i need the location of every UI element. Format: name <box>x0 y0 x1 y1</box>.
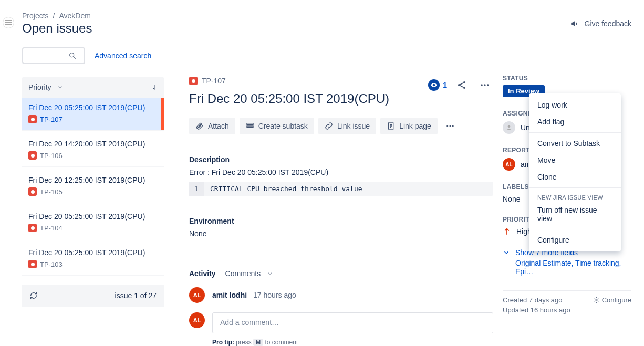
issue-item-key: TP-107 <box>40 116 63 123</box>
chevron-down-icon <box>57 84 63 90</box>
link-issue-button[interactable]: Link issue <box>318 118 376 134</box>
menu-item[interactable]: Turn off new issue view <box>529 202 621 227</box>
svg-point-5 <box>484 84 485 86</box>
attach-button[interactable]: Attach <box>189 118 235 134</box>
selection-stripe <box>161 98 164 130</box>
page-title: Open issues <box>22 21 92 36</box>
status-label: STATUS <box>503 75 631 82</box>
menu-item[interactable]: Convert to Subtask <box>529 135 621 152</box>
issue-list-item[interactable]: Fri Dec 20 12:25:00 IST 2019(CPU) TP-105 <box>22 170 164 203</box>
give-feedback-link[interactable]: Give feedback <box>570 19 632 28</box>
issue-item-title: Fri Dec 20 05:25:00 IST 2019(CPU) <box>28 103 158 112</box>
breadcrumb-project-name[interactable]: AvekDem <box>59 12 90 20</box>
svg-point-12 <box>452 125 454 127</box>
issue-list-item[interactable]: Fri Dec 20 05:25:00 IST 2019(CPU) TP-103 <box>22 243 164 276</box>
issue-item-key: TP-103 <box>40 260 63 268</box>
svg-point-11 <box>449 125 451 127</box>
chevron-down-icon <box>267 270 273 277</box>
share-icon[interactable] <box>456 80 467 90</box>
svg-point-4 <box>481 84 483 86</box>
sort-direction-icon[interactable] <box>151 84 158 90</box>
protip: Pro tip: press M to comment <box>212 339 493 346</box>
bug-icon <box>28 224 37 232</box>
user-icon <box>503 121 515 134</box>
comment-author[interactable]: amit lodhi <box>212 291 247 299</box>
more-actions-button[interactable] <box>476 77 493 93</box>
link-icon <box>325 122 333 130</box>
code-block: 1 CRITICAL CPU breached threshold value <box>189 182 493 196</box>
issue-item-title: Fri Dec 20 05:25:00 IST 2019(CPU) <box>28 248 158 257</box>
megaphone-icon <box>570 19 579 28</box>
breadcrumb: Projects / AvekDem <box>22 12 92 20</box>
menu-heading: NEW JIRA ISSUE VIEW <box>529 190 621 202</box>
more-icon <box>445 121 455 131</box>
issue-key-breadcrumb[interactable]: TP-107 <box>189 77 428 85</box>
menu-item[interactable]: Clone <box>529 169 621 185</box>
sort-dropdown[interactable]: Priority <box>28 83 63 91</box>
more-content-actions[interactable] <box>442 118 459 134</box>
highest-icon <box>503 227 511 236</box>
sidebar-toggle[interactable] <box>3 17 14 28</box>
svg-rect-7 <box>247 123 253 125</box>
description-label: Description <box>189 155 493 164</box>
configure-link[interactable]: Configure <box>593 296 631 304</box>
advanced-search-link[interactable]: Advanced search <box>95 51 151 60</box>
search-input[interactable] <box>26 51 68 60</box>
environment-value[interactable]: None <box>189 229 493 238</box>
create-subtask-button[interactable]: Create subtask <box>240 118 314 134</box>
svg-point-6 <box>487 84 489 86</box>
issue-item-key: TP-104 <box>40 224 63 232</box>
bug-icon <box>189 77 198 85</box>
comment-time: 17 hours ago <box>253 291 296 299</box>
bug-icon <box>28 151 37 160</box>
comment-row: AL amit lodhi 17 hours ago <box>189 287 493 303</box>
attach-icon <box>195 122 204 130</box>
issue-item-key: TP-105 <box>40 188 63 196</box>
issue-title[interactable]: Fri Dec 20 05:25:00 IST 2019(CPU) <box>189 91 428 106</box>
search-icon <box>68 51 77 60</box>
bug-icon <box>28 260 37 268</box>
issue-list-item[interactable]: Fri Dec 20 05:25:00 IST 2019(CPU) TP-104 <box>22 206 164 239</box>
avatar: AL <box>503 158 515 171</box>
description-text[interactable]: Error : Fri Dec 20 05:25:00 IST 2019(CPU… <box>189 168 493 176</box>
show-more-sub: Original Estimate, Time tracking, Epi… <box>515 259 631 276</box>
avatar-self: AL <box>189 312 205 328</box>
issue-counter: issue 1 of 27 <box>115 291 157 300</box>
more-icon <box>480 80 490 90</box>
refresh-icon[interactable] <box>29 291 38 300</box>
comments-tab[interactable]: Comments <box>225 269 274 278</box>
page-icon <box>387 122 395 130</box>
menu-item[interactable]: Log work <box>529 97 621 113</box>
issue-item-key: TP-106 <box>40 152 63 160</box>
svg-point-14 <box>596 299 597 301</box>
more-actions-menu: Log workAdd flagConvert to SubtaskMoveCl… <box>529 93 621 251</box>
bug-icon <box>28 115 37 123</box>
link-page-button[interactable]: Link page <box>380 118 438 134</box>
issue-list-item[interactable]: Fri Dec 20 14:20:00 IST 2019(CPU) TP-106 <box>22 134 164 167</box>
issue-item-title: Fri Dec 20 05:25:00 IST 2019(CPU) <box>28 212 158 221</box>
issue-list-item[interactable]: Fri Dec 20 05:25:00 IST 2019(CPU) TP-107 <box>22 98 164 131</box>
avatar[interactable]: AL <box>189 287 205 303</box>
created-date: Created 7 days ago <box>503 296 562 304</box>
eye-icon <box>430 81 438 89</box>
environment-label: Environment <box>189 217 493 225</box>
svg-point-10 <box>446 125 448 127</box>
svg-point-0 <box>70 53 74 57</box>
menu-item[interactable]: Move <box>529 152 621 169</box>
menu-item[interactable]: Configure <box>529 232 621 248</box>
gear-icon <box>593 297 600 303</box>
activity-label: Activity <box>189 269 216 278</box>
updated-date: Updated 16 hours ago <box>503 306 631 314</box>
add-comment-input[interactable]: Add a comment… <box>212 312 493 333</box>
bug-icon <box>28 187 37 196</box>
chevron-down-icon <box>503 249 510 256</box>
svg-point-13 <box>508 125 511 128</box>
menu-item[interactable]: Add flag <box>529 113 621 130</box>
issue-item-title: Fri Dec 20 12:25:00 IST 2019(CPU) <box>28 176 158 184</box>
issue-item-title: Fri Dec 20 14:20:00 IST 2019(CPU) <box>28 140 158 148</box>
breadcrumb-projects[interactable]: Projects <box>22 12 49 20</box>
search-input-wrapper[interactable] <box>22 47 85 64</box>
watchers-button[interactable]: 1 <box>428 79 447 91</box>
svg-rect-8 <box>247 126 253 128</box>
subtask-icon <box>246 122 254 130</box>
